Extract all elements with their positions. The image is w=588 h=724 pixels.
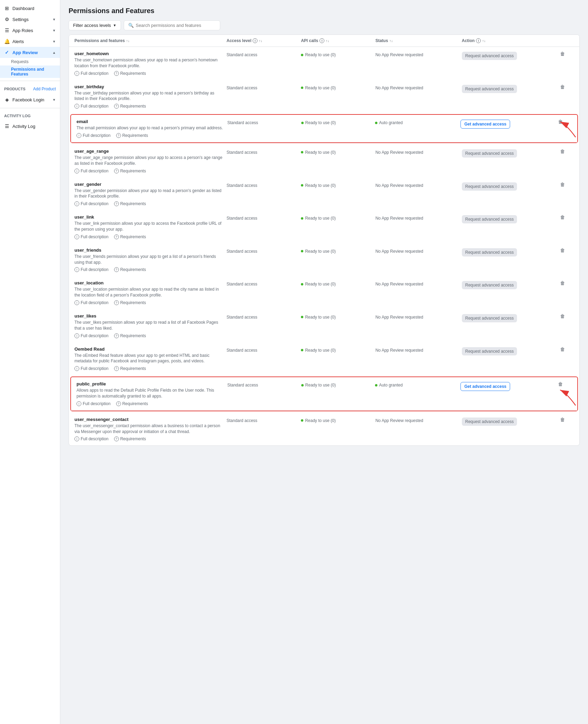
sidebar-item-app-roles[interactable]: ☰ App Roles ▼ [0, 25, 60, 36]
full-description-link[interactable]: i Full description [74, 267, 109, 272]
delete-icon[interactable]: 🗑 [560, 50, 565, 57]
full-description-link[interactable]: i Full description [74, 234, 109, 239]
toolbar: Filter access levels ▼ 🔍 [69, 20, 580, 30]
full-description-link[interactable]: i Full description [74, 104, 109, 109]
get-advanced-access-button[interactable]: Get advanced access [460, 120, 510, 129]
request-advanced-access-button[interactable]: Request advanced access [462, 347, 517, 355]
full-description-link[interactable]: i Full description [74, 71, 109, 76]
perm-desc: The user_link permission allows your app… [74, 221, 224, 232]
requirements-link[interactable]: ? Requirements [114, 169, 146, 173]
search-input[interactable] [136, 23, 216, 28]
api-dot [301, 316, 303, 318]
delete-icon[interactable]: 🗑 [558, 118, 563, 124]
delete-icon[interactable]: 🗑 [560, 181, 565, 187]
full-description-link[interactable]: i Full description [74, 333, 109, 338]
full-description-link[interactable]: i Full description [77, 133, 111, 138]
status-value: Auto granted [375, 119, 458, 125]
request-advanced-access-button[interactable]: Request advanced access [462, 281, 517, 289]
full-description-link[interactable]: i Full description [74, 366, 109, 371]
add-product-link[interactable]: Add Product [33, 87, 56, 91]
full-description-link[interactable]: i Full description [74, 201, 109, 206]
requirements-link[interactable]: ? Requirements [114, 71, 146, 76]
requirements-link[interactable]: ? Requirements [116, 401, 148, 406]
sidebar-sub-requests[interactable]: Requests [0, 58, 60, 66]
sidebar: ⊞ Dashboard ⚙ Settings ▼ ☰ App Roles ▼ 🔔… [0, 0, 60, 724]
requirements-link[interactable]: ? Requirements [114, 436, 146, 441]
api-dot [301, 419, 303, 422]
sort-icon[interactable]: ↑↓ [259, 39, 262, 43]
full-description-link[interactable]: i Full description [74, 169, 109, 173]
sort-icon[interactable]: ↑↓ [389, 39, 393, 43]
sidebar-item-app-review[interactable]: ✓ App Review ▲ [0, 47, 60, 58]
col-header-permissions: Permissions and features ↑↓ [74, 38, 224, 43]
access-level: Standard access [227, 381, 298, 388]
sidebar-item-facebook-login[interactable]: ◈ Facebook Login ▼ [0, 94, 60, 105]
request-advanced-access-button[interactable]: Request advanced access [462, 52, 517, 60]
request-advanced-access-button[interactable]: Request advanced access [462, 248, 517, 257]
perm-desc: The user_messenger_contact permission al… [74, 423, 224, 435]
requirements-circle-icon: ? [116, 401, 121, 406]
requirements-link[interactable]: ? Requirements [114, 201, 146, 206]
perm-links: i Full description ? Requirements [74, 71, 224, 76]
requirements-link[interactable]: ? Requirements [114, 267, 146, 272]
api-calls: Ready to use (0) [301, 313, 373, 320]
filter-access-levels-button[interactable]: Filter access levels ▼ [69, 20, 121, 30]
delete-icon[interactable]: 🗑 [560, 280, 565, 286]
requirements-circle-icon: ? [114, 104, 119, 109]
access-level: Standard access [226, 149, 298, 155]
full-description-link[interactable]: i Full description [77, 401, 111, 406]
requirements-link[interactable]: ? Requirements [114, 366, 146, 371]
delete-icon[interactable]: 🗑 [560, 148, 565, 154]
delete-icon[interactable]: 🗑 [560, 346, 565, 352]
delete-icon[interactable]: 🗑 [560, 247, 565, 253]
status-value: No App Review requested [375, 84, 459, 90]
sidebar-sub-permissions-features[interactable]: Permissions and Features [0, 66, 60, 78]
sort-icon[interactable]: ↑↓ [326, 39, 329, 43]
sidebar-item-alerts[interactable]: 🔔 Alerts ▼ [0, 36, 60, 47]
delete-icon[interactable]: 🗑 [560, 416, 565, 422]
delete-icon[interactable]: 🗑 [560, 214, 565, 220]
requirements-link[interactable]: ? Requirements [114, 300, 146, 305]
perm-name: public_profile [77, 381, 224, 386]
sort-icon[interactable]: ↑↓ [482, 39, 486, 43]
api-calls: Ready to use (0) [301, 381, 372, 388]
delete-icon[interactable]: 🗑 [560, 83, 565, 90]
dashboard-icon: ⊞ [4, 6, 10, 11]
info-icon[interactable]: i [320, 38, 324, 43]
api-dot [301, 87, 303, 89]
access-level: Standard access [227, 119, 298, 125]
sort-icon[interactable]: ↑↓ [126, 39, 130, 43]
get-advanced-access-button[interactable]: Get advanced access [460, 382, 510, 391]
chevron-up-icon: ▲ [52, 51, 56, 54]
requirements-link[interactable]: ? Requirements [114, 104, 146, 109]
chevron-down-icon: ▼ [52, 98, 56, 102]
requirements-link[interactable]: ? Requirements [114, 333, 146, 338]
sidebar-item-activity-log[interactable]: ☰ Activity Log [0, 121, 60, 132]
requirements-link[interactable]: ? Requirements [116, 133, 148, 138]
access-level: Standard access [226, 182, 298, 188]
main-content: Permissions and Features Filter access l… [60, 0, 588, 724]
request-advanced-access-button[interactable]: Request advanced access [462, 418, 517, 426]
sidebar-item-label: Facebook Login [12, 97, 44, 102]
full-description-link[interactable]: i Full description [74, 300, 109, 305]
info-icon[interactable]: i [476, 38, 481, 43]
request-advanced-access-button[interactable]: Request advanced access [462, 182, 517, 191]
request-advanced-access-button[interactable]: Request advanced access [462, 314, 517, 322]
info-icon[interactable]: i [253, 38, 257, 43]
perm-name: user_messenger_contact [74, 417, 224, 422]
requirements-link[interactable]: ? Requirements [114, 234, 146, 239]
request-advanced-access-button[interactable]: Request advanced access [462, 215, 517, 223]
perm-name: user_friends [74, 248, 224, 253]
delete-icon[interactable]: 🗑 [560, 313, 565, 319]
col-header-status: Status ↑↓ [375, 38, 459, 43]
sidebar-item-dashboard[interactable]: ⊞ Dashboard [0, 3, 60, 14]
access-level: Standard access [226, 280, 298, 286]
sidebar-item-settings[interactable]: ⚙ Settings ▼ [0, 14, 60, 25]
api-calls: Ready to use (0) [301, 182, 373, 188]
full-description-link[interactable]: i Full description [74, 436, 109, 441]
status-value: No App Review requested [375, 248, 459, 254]
request-advanced-access-button[interactable]: Request advanced access [462, 149, 517, 158]
delete-icon[interactable]: 🗑 [558, 381, 563, 387]
requirements-circle-icon: ? [114, 169, 119, 173]
request-advanced-access-button[interactable]: Request advanced access [462, 85, 517, 93]
